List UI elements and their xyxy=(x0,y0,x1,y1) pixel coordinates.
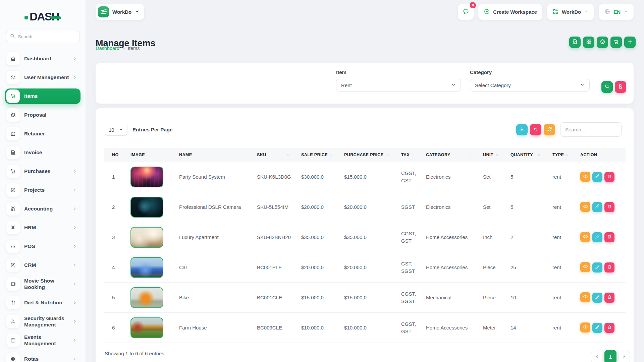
column-header-quantity[interactable]: QUANTITY↑↓ xyxy=(502,148,544,162)
edit-item-button[interactable] xyxy=(592,323,602,333)
column-header-category[interactable]: CATEGORY↑↓ xyxy=(418,148,475,162)
settings-button[interactable] xyxy=(597,37,608,48)
sidebar-item-pos[interactable]: POS xyxy=(5,239,80,254)
sidebar-item-items[interactable]: Items xyxy=(5,88,80,104)
item-filter-select[interactable]: Rent xyxy=(336,79,461,92)
apply-filter-button[interactable] xyxy=(601,81,613,93)
delete-item-button[interactable] xyxy=(604,293,614,303)
cell-unit: Piece xyxy=(475,264,502,271)
sidebar-item-dashboard[interactable]: Dashboard xyxy=(5,51,80,66)
pencil-icon xyxy=(595,324,600,331)
workdo-menu-button[interactable]: WorkDo xyxy=(547,4,594,20)
sidebar-item-label: Purchases xyxy=(24,168,72,174)
edit-item-button[interactable] xyxy=(592,262,602,273)
edit-item-button[interactable] xyxy=(592,172,602,182)
item-image-party-sound-system[interactable] xyxy=(130,167,163,187)
cell-type: rent xyxy=(544,203,572,211)
cart-shortcut-button[interactable] xyxy=(610,37,622,48)
sidebar-item-invoice[interactable]: Invoice xyxy=(5,145,80,160)
sidebar-item-accounting[interactable]: Accounting xyxy=(5,201,80,217)
view-item-button[interactable] xyxy=(580,172,590,182)
entries-per-page-select[interactable]: 10 xyxy=(105,124,127,136)
pagination-next-button[interactable] xyxy=(619,351,630,362)
cell-name: Professional DSLR Camera xyxy=(171,203,249,211)
cell-unit: Set xyxy=(475,203,502,211)
item-image-car[interactable] xyxy=(130,257,163,278)
column-header-type[interactable]: TYPE↑↓ xyxy=(544,148,572,162)
column-header-name[interactable]: NAME↑↓ xyxy=(171,148,249,162)
delete-item-button[interactable] xyxy=(604,172,614,182)
language-selector[interactable]: EN xyxy=(599,4,634,20)
sidebar-item-crm[interactable]: CRM xyxy=(5,257,80,273)
delete-item-button[interactable] xyxy=(604,232,614,242)
category-filter-select[interactable]: Select Category xyxy=(470,79,590,92)
cell-sale-price: $20.000,0 xyxy=(293,264,336,271)
view-item-button[interactable] xyxy=(580,322,590,333)
sidebar-item-movie-show-booking[interactable]: Movie Show Booking xyxy=(5,276,80,292)
item-filter-label: Item xyxy=(336,69,346,75)
column-header-sale-price[interactable]: SALE PRICE↑↓ xyxy=(293,148,336,162)
sidebar-item-label: Dashboard xyxy=(24,55,72,62)
sidebar-item-user-management[interactable]: User Management xyxy=(5,70,80,85)
cell-purchase-price: $15.000,0 xyxy=(336,173,393,181)
edit-item-button[interactable] xyxy=(592,293,602,303)
workspace-selector[interactable]: WorkDo xyxy=(96,4,144,20)
clear-filter-button[interactable] xyxy=(615,81,626,93)
view-item-button[interactable] xyxy=(580,262,590,272)
add-item-button[interactable] xyxy=(624,37,636,48)
sidebar-item-rotas[interactable]: Rotas xyxy=(5,351,80,362)
sidebar-item-proposal[interactable]: Proposal xyxy=(5,107,80,123)
delete-item-button[interactable] xyxy=(604,323,614,333)
accounting-icon xyxy=(6,202,20,216)
column-header-unit[interactable]: UNIT↑↓ xyxy=(475,148,502,162)
table-search-input[interactable] xyxy=(560,122,622,137)
delete-item-button[interactable] xyxy=(604,262,614,273)
undo-button[interactable] xyxy=(530,124,541,135)
view-item-button[interactable] xyxy=(580,292,590,302)
edit-item-button[interactable] xyxy=(592,202,602,212)
item-image-dslr-camera[interactable] xyxy=(130,197,163,218)
eye-icon xyxy=(583,173,588,180)
create-workspace-button[interactable]: Create Workspace xyxy=(478,4,542,20)
grid-view-button[interactable] xyxy=(583,37,594,48)
view-item-button[interactable] xyxy=(580,232,590,242)
cell-type: rent xyxy=(544,294,572,301)
item-image-luxury-apartment[interactable] xyxy=(130,227,163,248)
sidebar-search-input[interactable] xyxy=(17,34,71,40)
sidebar-item-retainer[interactable]: Retainer xyxy=(5,126,80,141)
cell-name: Luxury Apartment xyxy=(171,234,249,241)
export-items-button[interactable] xyxy=(569,37,581,48)
cell-no: 6 xyxy=(104,324,122,331)
sidebar-item-diet-nutrition[interactable]: Diet & Nutrition xyxy=(5,295,80,310)
cart-icon xyxy=(6,89,20,103)
cell-name: Farm House xyxy=(171,324,249,331)
column-header-purchase-price[interactable]: PURCHASE PRICE↑↓ xyxy=(336,148,393,162)
pagination-page-1[interactable]: 1 xyxy=(604,350,616,362)
cell-quantity: 14 xyxy=(502,324,544,331)
cell-no: 2 xyxy=(104,203,122,211)
messages-button[interactable]: 0 xyxy=(458,4,474,20)
column-header-sku[interactable]: SKU↑↓ xyxy=(249,148,293,162)
download-button[interactable] xyxy=(516,124,528,135)
page-toolbar xyxy=(569,37,636,48)
cell-unit: Inch xyxy=(475,234,502,241)
brand-logo[interactable]: DASH xyxy=(0,10,86,23)
sidebar-item-hrm[interactable]: HRM xyxy=(5,220,80,235)
delete-item-button[interactable] xyxy=(604,202,614,212)
breadcrumb-dashboard-link[interactable]: Dashboard xyxy=(96,46,119,51)
sidebar-item-security-guards-management[interactable]: Security Guards Management xyxy=(5,314,80,329)
column-header-tax[interactable]: TAX↑↓ xyxy=(393,148,418,162)
cell-unit: Piece xyxy=(475,294,502,301)
sidebar-item-events-management[interactable]: Events Management xyxy=(5,333,80,348)
refresh-button[interactable] xyxy=(544,124,555,135)
sort-arrows-icon: ↑↓ xyxy=(329,153,331,157)
table-footer-summary: Showing 1 to 6 of 6 entries xyxy=(105,351,164,356)
sidebar-item-projects[interactable]: Projects xyxy=(5,182,80,198)
sidebar-item-purchases[interactable]: Purchases xyxy=(5,164,80,179)
edit-item-button[interactable] xyxy=(592,232,602,242)
item-image-bike[interactable] xyxy=(130,287,163,308)
item-image-farm-house[interactable] xyxy=(130,317,163,338)
view-item-button[interactable] xyxy=(580,202,590,212)
chevron-down-icon xyxy=(451,82,456,88)
pagination-prev-button[interactable] xyxy=(591,351,602,362)
